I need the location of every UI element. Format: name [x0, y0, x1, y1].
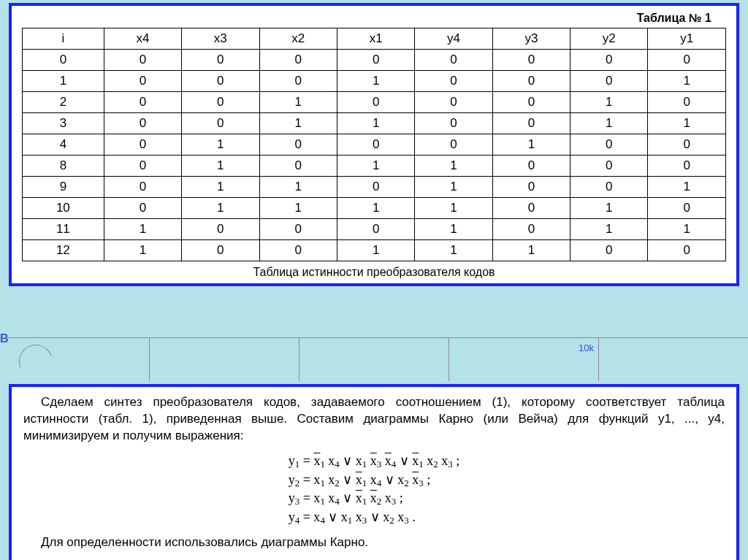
col-x4: x4: [104, 28, 181, 50]
table-cell: 0: [104, 156, 181, 177]
table-cell: 3: [23, 113, 104, 134]
col-i: i: [23, 28, 104, 50]
table-cell: 0: [337, 134, 414, 156]
paragraph-synthesis: Сделаем синтез преобразователя кодов, за…: [23, 394, 725, 445]
table-cell: 8: [23, 156, 104, 177]
table-cell: 1: [104, 219, 181, 240]
table-cell: 1: [259, 177, 337, 198]
table-cell: 1: [337, 156, 414, 177]
table-cell: 0: [104, 177, 181, 198]
table-cell: 0: [415, 92, 492, 113]
table-cell: 0: [492, 198, 570, 219]
table-cell: 1: [492, 134, 570, 156]
table-cell: 0: [182, 113, 259, 134]
table-cell: 0: [259, 134, 337, 156]
table-cell: 0: [648, 134, 726, 156]
table-cell: 0: [23, 50, 104, 71]
table-caption: Таблица истинности преобразователя кодов: [22, 266, 726, 279]
formula-y4: y4 = x4 ∨ x1 x3 ∨ x2 x3 .: [289, 508, 460, 527]
table-cell: 1: [415, 240, 492, 261]
table-cell: 0: [259, 50, 337, 71]
table-cell: 0: [648, 92, 726, 113]
table-cell: 0: [570, 156, 648, 177]
table-cell: 1: [492, 240, 570, 261]
table-cell: 0: [492, 92, 570, 113]
table-cell: 0: [182, 219, 259, 240]
table-cell: 0: [104, 92, 181, 113]
table-row: 1110001011: [23, 219, 726, 240]
table-cell: 0: [104, 71, 181, 92]
explanation-panel: Сделаем синтез преобразователя кодов, за…: [9, 384, 739, 560]
table-cell: 0: [492, 177, 570, 198]
formula-y2: y2 = x1 x2 ∨ x1 x4 ∨ x2 x3 ;: [289, 471, 460, 490]
col-x1: x1: [337, 28, 414, 50]
table-row: 000000000: [23, 50, 726, 71]
table-cell: 1: [182, 156, 259, 177]
table-cell: 11: [23, 219, 104, 240]
col-y1: y1: [648, 28, 726, 50]
table-cell: 0: [415, 134, 492, 156]
table-cell: 12: [23, 240, 104, 261]
table-cell: 1: [259, 92, 337, 113]
table-cell: 0: [182, 92, 259, 113]
table-cell: 2: [23, 92, 104, 113]
table-row: 300110011: [23, 113, 726, 134]
table-cell: 0: [648, 50, 726, 71]
col-x2: x2: [259, 28, 337, 50]
table-title: Таблица № 1: [22, 12, 711, 25]
table-cell: 0: [492, 156, 570, 177]
table-cell: 0: [492, 50, 570, 71]
table-cell: 0: [337, 50, 414, 71]
truth-table: i x4 x3 x2 x1 y4 y3 y2 y1 00000000010001…: [22, 28, 726, 261]
table-cell: 1: [337, 240, 414, 261]
table-cell: 1: [259, 113, 337, 134]
table-cell: 0: [570, 240, 648, 261]
table-cell: 0: [648, 156, 726, 177]
table-cell: 1: [415, 219, 492, 240]
table-cell: 0: [104, 50, 181, 71]
table-row: 1210011100: [23, 240, 726, 261]
table-cell: 0: [104, 198, 181, 219]
table-cell: 0: [259, 156, 337, 177]
table-cell: 0: [415, 50, 492, 71]
formula-y3: y3 = x1 x4 ∨ x1 x2 x3 ;: [289, 489, 460, 508]
col-y4: y4: [415, 28, 492, 50]
table-row: 200100010: [23, 92, 726, 113]
table-cell: 0: [648, 240, 726, 261]
table-cell: 0: [104, 134, 181, 156]
table-cell: 0: [259, 71, 337, 92]
table-cell: 1: [648, 71, 726, 92]
bg-grid: 10k: [0, 337, 748, 381]
table-cell: 1: [570, 113, 648, 134]
table-cell: 1: [182, 134, 259, 156]
table-cell: 1: [259, 198, 337, 219]
col-y3: y3: [492, 28, 570, 50]
stray-10k-label: 10k: [579, 342, 594, 353]
table-header-row: i x4 x3 x2 x1 y4 y3 y2 y1: [23, 28, 726, 50]
table-row: 100010001: [23, 71, 726, 92]
table-cell: 1: [648, 113, 726, 134]
table-cell: 0: [648, 198, 726, 219]
col-x3: x3: [182, 28, 259, 50]
table-cell: 1: [337, 198, 414, 219]
table-cell: 0: [492, 219, 570, 240]
table-cell: 0: [570, 71, 648, 92]
table-cell: 1: [415, 156, 492, 177]
table-cell: 0: [415, 113, 492, 134]
table-cell: 9: [23, 177, 104, 198]
footer-note: Для определенности использовались диагра…: [23, 534, 725, 551]
table-cell: 0: [337, 219, 414, 240]
table-cell: 0: [337, 92, 414, 113]
col-y2: y2: [570, 28, 648, 50]
table-cell: 1: [104, 240, 181, 261]
formula-y1: y1 = x1 x4 ∨ x1 x3 x4 ∨ x1 x2 x3 ;: [289, 452, 460, 471]
table-cell: 0: [182, 50, 259, 71]
table-cell: 0: [415, 71, 492, 92]
table-cell: 1: [570, 92, 648, 113]
table-row: 1001111010: [23, 198, 726, 219]
table-row: 801011000: [23, 156, 726, 177]
table-cell: 0: [259, 240, 337, 261]
table-cell: 0: [182, 71, 259, 92]
table-cell: 0: [492, 71, 570, 92]
table-cell: 1: [415, 198, 492, 219]
